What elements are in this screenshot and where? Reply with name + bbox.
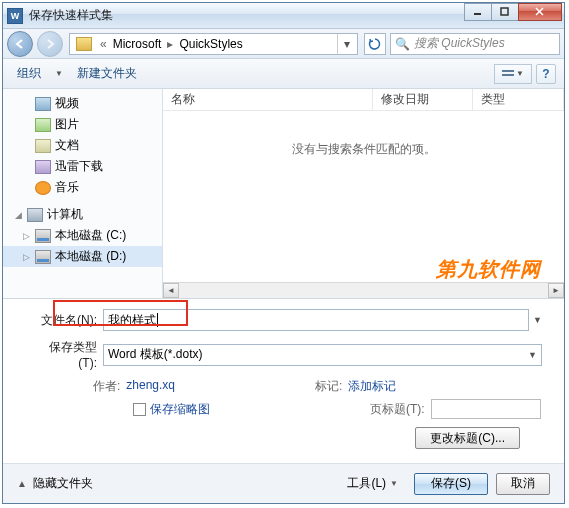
breadcrumb-dropdown[interactable]: ▾ [337, 34, 355, 54]
col-modified[interactable]: 修改日期 [373, 89, 473, 110]
filetype-dropdown[interactable]: Word 模板(*.dotx) ▼ [103, 344, 542, 366]
pagetitle-input[interactable] [431, 399, 541, 419]
app-icon: W [7, 8, 23, 24]
save-form: 文件名(N): 我的样式 ▼ 保存类型(T): Word 模板(*.dotx) … [3, 299, 564, 453]
horizontal-scrollbar[interactable]: ◄ ► [163, 282, 564, 298]
empty-message: 没有与搜索条件匹配的项。 [163, 141, 564, 158]
tree-item-video[interactable]: 视频 [3, 93, 162, 114]
chevron-down-icon: ▼ [390, 479, 398, 488]
filename-dropdown-icon[interactable]: ▼ [533, 315, 542, 325]
list-header: 名称 修改日期 类型 [163, 89, 564, 111]
chevron-icon: « [96, 37, 111, 51]
computer-icon [27, 208, 43, 222]
picture-icon [35, 118, 51, 132]
filetype-label: 保存类型(T): [33, 339, 103, 370]
folder-icon [76, 37, 92, 51]
tree-item-drive-d[interactable]: ▷本地磁盘 (D:) [3, 246, 162, 267]
svg-rect-5 [502, 74, 514, 76]
svg-rect-1 [501, 8, 508, 15]
search-placeholder: 搜索 QuickStyles [414, 35, 505, 52]
text-cursor [157, 313, 158, 327]
video-icon [35, 97, 51, 111]
maximize-button[interactable] [491, 3, 519, 21]
toolbar: 组织 ▼ 新建文件夹 ▼ ? [3, 59, 564, 89]
col-type[interactable]: 类型 [473, 89, 564, 110]
help-button[interactable]: ? [536, 64, 556, 84]
forward-button[interactable] [37, 31, 63, 57]
organize-menu[interactable]: 组织 [11, 63, 47, 84]
search-input[interactable]: 🔍 搜索 QuickStyles [390, 33, 560, 55]
tree-item-pictures[interactable]: 图片 [3, 114, 162, 135]
filename-input[interactable]: 我的样式 [103, 309, 529, 331]
tree-item-music[interactable]: 音乐 [3, 177, 162, 198]
dropdown-icon: ▼ [55, 69, 63, 78]
back-button[interactable] [7, 31, 33, 57]
pagetitle-label: 页标题(T): [370, 401, 425, 418]
file-list[interactable]: 名称 修改日期 类型 没有与搜索条件匹配的项。 第九软件网 WWW.D9SOFT… [163, 89, 564, 298]
tags-label: 标记: [315, 378, 342, 395]
download-icon [35, 160, 51, 174]
col-name[interactable]: 名称 [163, 89, 373, 110]
tree-item-downloads[interactable]: 迅雷下载 [3, 156, 162, 177]
save-button[interactable]: 保存(S) [414, 473, 488, 495]
nav-bar: « Microsoft ▸ QuickStyles ▾ 🔍 搜索 QuickSt… [3, 29, 564, 59]
scroll-right-button[interactable]: ► [548, 283, 564, 298]
drive-icon [35, 250, 51, 264]
tags-value[interactable]: 添加标记 [348, 378, 396, 395]
drive-icon [35, 229, 51, 243]
titlebar: W 保存快速样式集 [3, 3, 564, 29]
collapse-icon[interactable]: ▲ [17, 478, 27, 489]
breadcrumb[interactable]: « Microsoft ▸ QuickStyles ▾ [69, 33, 358, 55]
search-icon: 🔍 [395, 37, 410, 51]
chevron-down-icon: ▼ [528, 350, 537, 360]
document-icon [35, 139, 51, 153]
refresh-button[interactable] [364, 33, 386, 55]
footer: ▲ 隐藏文件夹 工具(L) ▼ 保存(S) 取消 [3, 463, 564, 503]
view-mode-button[interactable]: ▼ [494, 64, 532, 84]
breadcrumb-item[interactable]: QuickStyles [177, 37, 244, 51]
breadcrumb-item[interactable]: Microsoft [111, 37, 164, 51]
tree-item-documents[interactable]: 文档 [3, 135, 162, 156]
thumbnail-label[interactable]: 保存缩略图 [150, 401, 210, 418]
tools-menu[interactable]: 工具(L) ▼ [339, 473, 406, 495]
tree-item-computer[interactable]: ◢计算机 [3, 204, 162, 225]
filename-label: 文件名(N): [33, 312, 103, 329]
change-title-button[interactable]: 更改标题(C)... [415, 427, 520, 449]
author-value[interactable]: zheng.xq [126, 378, 175, 395]
chevron-right-icon: ▸ [163, 37, 177, 51]
scroll-left-button[interactable]: ◄ [163, 283, 179, 298]
minimize-button[interactable] [464, 3, 492, 21]
folder-tree[interactable]: 视频 图片 文档 迅雷下载 音乐 ◢计算机 ▷本地磁盘 (C:) ▷本地磁盘 (… [3, 89, 163, 298]
hide-folders-link[interactable]: 隐藏文件夹 [33, 475, 93, 492]
thumbnail-checkbox[interactable] [133, 403, 146, 416]
new-folder-button[interactable]: 新建文件夹 [71, 63, 143, 84]
author-label: 作者: [93, 378, 120, 395]
close-button[interactable] [518, 3, 562, 21]
cancel-button[interactable]: 取消 [496, 473, 550, 495]
music-icon [35, 181, 51, 195]
tree-item-drive-c[interactable]: ▷本地磁盘 (C:) [3, 225, 162, 246]
svg-rect-4 [502, 70, 514, 72]
